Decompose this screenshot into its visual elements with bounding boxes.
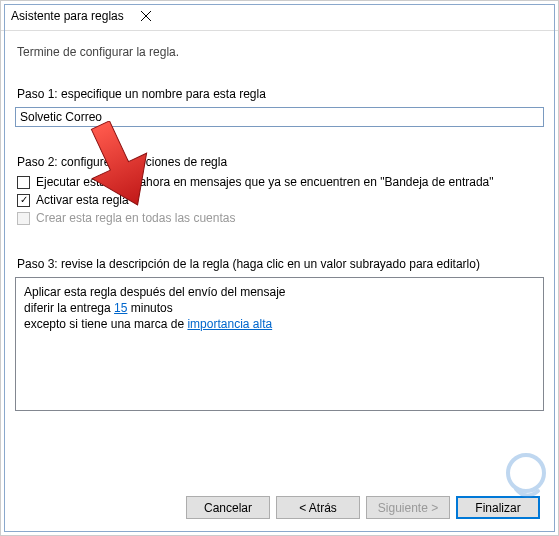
rule-description-box: Aplicar esta regla después del envío del… [15,277,544,411]
dialog-subtitle: Termine de configurar la regla. [17,45,544,59]
close-button[interactable] [124,2,168,30]
desc-line: Aplicar esta regla después del envío del… [24,284,535,300]
checkbox-icon [17,212,30,225]
window-title: Asistente para reglas [11,9,124,23]
option-activate-rule[interactable]: ✓ Activar esta regla [17,193,544,207]
importance-link[interactable]: importancia alta [187,317,272,331]
rule-name-input[interactable] [15,107,544,127]
option-label: Activar esta regla [36,193,129,207]
dialog-content: Termine de configurar la regla. Paso 1: … [1,31,558,425]
svg-point-3 [508,455,544,491]
button-row: Cancelar < Atrás Siguiente > Finalizar [186,496,540,519]
checkbox-icon [17,176,30,189]
desc-line: excepto si tiene una marca de importanci… [24,316,535,332]
desc-line: diferir la entrega 15 minutos [24,300,535,316]
step3-label: Paso 3: revise la descripción de la regl… [17,257,544,271]
defer-minutes-link[interactable]: 15 [114,301,127,315]
step1-label: Paso 1: especifique un nombre para esta … [17,87,544,101]
close-icon [141,11,151,21]
checkbox-icon: ✓ [17,194,30,207]
option-run-now[interactable]: Ejecutar esta regla ahora en mensajes qu… [17,175,544,189]
option-label: Crear esta regla en todas las cuentas [36,211,235,225]
option-all-accounts: Crear esta regla en todas las cuentas [17,211,544,225]
cancel-button[interactable]: Cancelar [186,496,270,519]
titlebar: Asistente para reglas [1,1,558,31]
next-button: Siguiente > [366,496,450,519]
option-label: Ejecutar esta regla ahora en mensajes qu… [36,175,494,189]
back-button[interactable]: < Atrás [276,496,360,519]
step2-label: Paso 2: configure las opciones de regla [17,155,544,169]
finish-button[interactable]: Finalizar [456,496,540,519]
